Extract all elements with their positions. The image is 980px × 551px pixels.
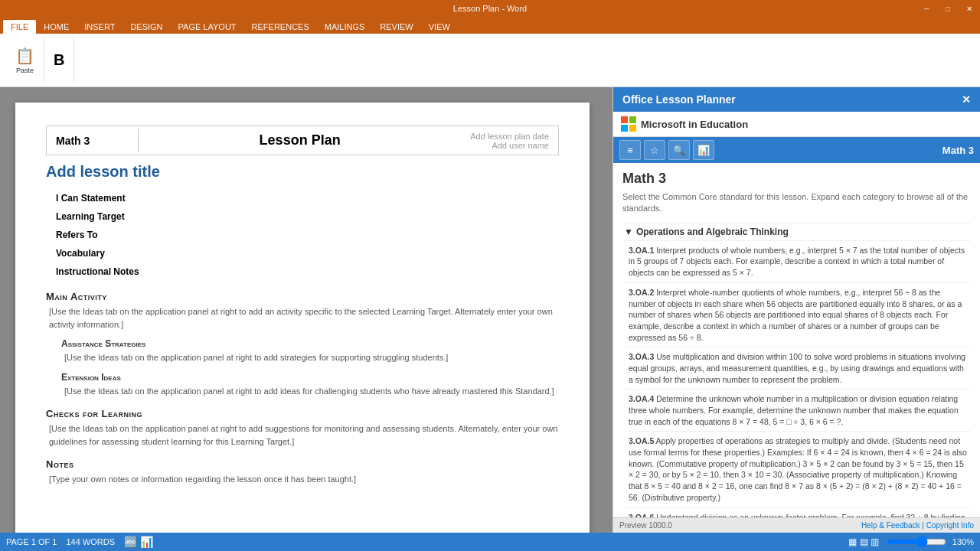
- standard-item-3oa5[interactable]: 3.OA.5 Apply properties of operations as…: [622, 431, 971, 507]
- panel-search-btn[interactable]: 🔍: [668, 140, 690, 160]
- tab-home[interactable]: HOME: [36, 20, 77, 34]
- tab-references[interactable]: REFERENCES: [244, 20, 317, 34]
- ribbon-tabs: FILE HOME INSERT DESIGN PAGE LAYOUT REFE…: [0, 17, 980, 34]
- category-expand-icon: ▼: [624, 227, 633, 237]
- main-activity-title: Main Activity: [46, 291, 559, 302]
- panel-body: Math 3 Select the Common Core standard f…: [613, 163, 980, 517]
- section-instructional-notes[interactable]: Instructional Notes: [46, 263, 559, 280]
- category-operations[interactable]: ▼ Operations and Algebraic Thinking: [622, 223, 971, 240]
- tab-design[interactable]: DESIGN: [122, 20, 170, 34]
- notes-content[interactable]: [Type your own notes or information rega…: [49, 473, 559, 486]
- standard-item-3oa3[interactable]: 3.OA.3 Use multiplication and division w…: [622, 347, 971, 389]
- document-page: Math 3 Lesson Plan Add lesson plan date …: [15, 103, 590, 533]
- tab-insert[interactable]: INSERT: [77, 20, 122, 34]
- panel-toolbar: ≡ ☆ 🔍 📊 Math 3: [613, 137, 980, 163]
- ribbon-group-font: B: [44, 37, 74, 83]
- svg-rect-3: [629, 125, 636, 132]
- svg-rect-0: [621, 116, 628, 123]
- panel-ideas-btn[interactable]: ☆: [644, 140, 665, 160]
- status-bar: PAGE 1 OF 1 144 WORDS 🔤 📊 ▦ ▤ ▥ 130%: [0, 533, 980, 551]
- section-vocabulary[interactable]: Vocabulary: [46, 245, 559, 262]
- standard-item-3oa6[interactable]: 3.OA.6 Understand division as an unknown…: [622, 507, 971, 517]
- svg-rect-2: [621, 125, 628, 132]
- extension-ideas-title: Extension Ideas: [61, 372, 559, 383]
- document-area: Math 3 Lesson Plan Add lesson plan date …: [0, 87, 612, 533]
- close-btn[interactable]: ✕: [959, 0, 980, 17]
- tab-view[interactable]: VIEW: [421, 20, 458, 34]
- section-learning-target[interactable]: Learning Target: [46, 208, 559, 225]
- status-page-info: PAGE 1 OF 1: [6, 537, 57, 546]
- main-activity-section: Main Activity [Use the Ideas tab on the …: [46, 291, 559, 331]
- panel-list-btn[interactable]: ≡: [619, 140, 641, 160]
- panel-close-btn[interactable]: ✕: [962, 93, 971, 106]
- panel-brand-name: Microsoft in Education: [641, 119, 748, 130]
- doc-subject: Math 3: [47, 129, 139, 153]
- standard-item-3oa2[interactable]: 3.OA.2 Interpret whole-number quotients …: [622, 282, 971, 347]
- bold-icon: B: [54, 51, 64, 69]
- status-icons: 🔤 📊: [124, 536, 153, 548]
- doc-lesson-plan-label: Lesson Plan: [139, 126, 461, 155]
- extension-ideas-content[interactable]: [Use the Ideas tab on the application pa…: [64, 385, 559, 398]
- section-refers-to[interactable]: Refers To: [46, 227, 559, 243]
- panel-title: Math 3: [622, 171, 971, 187]
- doc-header-right: Add lesson plan date Add user name: [461, 129, 558, 153]
- restore-btn[interactable]: □: [937, 0, 959, 17]
- microsoft-logo: [621, 116, 636, 132]
- doc-username-placeholder[interactable]: Add user name: [470, 141, 549, 150]
- category-label: Operations and Algebraic Thinking: [636, 227, 789, 237]
- assistance-strategies-title: Assistance Strategies: [61, 338, 559, 349]
- assistance-strategies-content[interactable]: [Use the Ideas tab on the application pa…: [64, 351, 559, 364]
- side-panel: Office Lesson Planner ✕ Microsoft in Edu…: [612, 87, 980, 533]
- tab-file[interactable]: FILE: [3, 20, 36, 34]
- ribbon-group-clipboard: 📋 Paste: [6, 37, 44, 83]
- panel-chart-btn[interactable]: 📊: [693, 140, 714, 160]
- checks-learning-title: Checks for Learning: [46, 408, 559, 419]
- window-controls: ─ □ ✕: [916, 0, 980, 17]
- standards-list: ▼ Operations and Algebraic Thinking 3.OA…: [622, 223, 971, 517]
- notes-title: Notes: [46, 458, 559, 470]
- panel-toolbar-left: ≡ ☆ 🔍 📊: [619, 140, 714, 160]
- panel-brand-bar: Microsoft in Education: [613, 112, 980, 137]
- panel-subtitle: Select the Common Core standard for this…: [622, 191, 971, 215]
- panel-header: Office Lesson Planner ✕: [613, 87, 980, 112]
- paste-btn[interactable]: 📋 Paste: [12, 45, 38, 76]
- ribbon-content: 📋 Paste B: [0, 34, 980, 87]
- doc-header: Math 3 Lesson Plan Add lesson plan date …: [46, 126, 559, 155]
- status-words: 144 WORDS: [66, 537, 115, 546]
- paste-icon: 📋: [15, 47, 34, 65]
- main-area: Math 3 Lesson Plan Add lesson plan date …: [0, 87, 980, 533]
- panel-math-label: Math 3: [942, 145, 974, 156]
- standard-item-3oa4[interactable]: 3.OA.4 Determine the unknown whole numbe…: [622, 389, 971, 431]
- main-activity-content[interactable]: [Use the Ideas tab on the application pa…: [49, 305, 559, 331]
- tab-page-layout[interactable]: PAGE LAYOUT: [171, 20, 244, 34]
- standard-item-3oa1[interactable]: 3.OA.1 Interpret products of whole numbe…: [622, 240, 971, 282]
- notes-section: Notes [Type your own notes or informatio…: [46, 458, 559, 486]
- checks-learning-section: Checks for Learning [Use the Ideas tab o…: [46, 408, 559, 448]
- tab-review[interactable]: REVIEW: [372, 20, 420, 34]
- tab-mailings[interactable]: MAILINGS: [317, 20, 373, 34]
- section-i-can-statement[interactable]: I Can Statement: [46, 190, 559, 207]
- svg-rect-1: [629, 116, 636, 123]
- zoom-slider[interactable]: [885, 536, 946, 547]
- assistance-strategies-section: Assistance Strategies [Use the Ideas tab…: [61, 338, 559, 364]
- status-zoom: 130%: [952, 537, 974, 546]
- panel-footer: Preview 1000.0 Help & Feedback | Copyrig…: [613, 517, 980, 533]
- paste-label: Paste: [16, 67, 34, 74]
- bold-btn[interactable]: B: [51, 50, 67, 70]
- doc-date-placeholder[interactable]: Add lesson plan date: [470, 132, 549, 141]
- extension-ideas-section: Extension Ideas [Use the Ideas tab on th…: [61, 372, 559, 398]
- title-text: Lesson Plan - Word: [453, 4, 527, 13]
- panel-footer-preview: Preview 1000.0: [619, 521, 672, 530]
- add-lesson-title[interactable]: Add lesson title: [46, 163, 559, 181]
- panel-footer-help[interactable]: Help & Feedback | Copyright Info: [861, 521, 974, 530]
- checks-learning-content[interactable]: [Use the Ideas tab on the application pa…: [49, 422, 559, 448]
- panel-header-title: Office Lesson Planner: [622, 93, 736, 106]
- minimize-btn[interactable]: ─: [916, 0, 937, 17]
- status-view-icons: ▦ ▤ ▥: [848, 536, 879, 547]
- section-list: I Can Statement Learning Target Refers T…: [46, 190, 559, 280]
- title-bar: Lesson Plan - Word ─ □ ✕: [0, 0, 980, 17]
